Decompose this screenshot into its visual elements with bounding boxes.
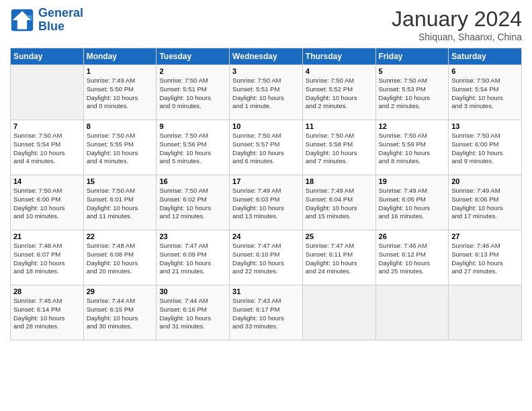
calendar-cell bbox=[302, 285, 375, 340]
day-info: Sunrise: 7:47 AM Sunset: 6:11 PM Dayligh… bbox=[306, 242, 373, 276]
calendar-cell: 9Sunrise: 7:50 AM Sunset: 5:56 PM Daylig… bbox=[157, 120, 230, 175]
calendar-cell: 5Sunrise: 7:50 AM Sunset: 5:53 PM Daylig… bbox=[375, 65, 449, 120]
calendar-cell: 25Sunrise: 7:47 AM Sunset: 6:11 PM Dayli… bbox=[302, 230, 375, 285]
day-number: 31 bbox=[232, 287, 300, 295]
day-info: Sunrise: 7:47 AM Sunset: 6:10 PM Dayligh… bbox=[232, 242, 300, 276]
calendar-cell: 3Sunrise: 7:50 AM Sunset: 5:51 PM Daylig… bbox=[230, 65, 303, 120]
weekday-header-monday: Monday bbox=[83, 48, 157, 65]
day-number: 22 bbox=[87, 232, 154, 240]
day-number: 9 bbox=[159, 122, 226, 130]
calendar-title: January 2024 bbox=[392, 7, 522, 32]
day-info: Sunrise: 7:50 AM Sunset: 5:55 PM Dayligh… bbox=[87, 132, 154, 166]
header: General Blue January 2024 Shiquan, Shaan… bbox=[10, 7, 522, 42]
title-block: January 2024 Shiquan, Shaanxi, China bbox=[392, 7, 522, 42]
day-number: 23 bbox=[159, 232, 226, 240]
day-number: 26 bbox=[379, 232, 446, 240]
day-number: 5 bbox=[379, 67, 446, 75]
day-number: 15 bbox=[87, 177, 154, 185]
day-number: 3 bbox=[232, 67, 300, 75]
day-number: 13 bbox=[451, 122, 519, 130]
weekday-header-friday: Friday bbox=[375, 48, 449, 65]
calendar-cell: 20Sunrise: 7:49 AM Sunset: 6:06 PM Dayli… bbox=[449, 175, 522, 230]
weekday-header-row: SundayMondayTuesdayWednesdayThursdayFrid… bbox=[11, 48, 522, 65]
day-info: Sunrise: 7:50 AM Sunset: 5:54 PM Dayligh… bbox=[451, 77, 519, 111]
day-number: 19 bbox=[379, 177, 446, 185]
day-info: Sunrise: 7:50 AM Sunset: 6:01 PM Dayligh… bbox=[87, 187, 154, 221]
day-number: 29 bbox=[87, 287, 154, 295]
calendar-cell: 15Sunrise: 7:50 AM Sunset: 6:01 PM Dayli… bbox=[83, 175, 157, 230]
calendar-cell: 7Sunrise: 7:50 AM Sunset: 5:54 PM Daylig… bbox=[11, 120, 84, 175]
calendar-cell: 11Sunrise: 7:50 AM Sunset: 5:58 PM Dayli… bbox=[302, 120, 375, 175]
day-info: Sunrise: 7:44 AM Sunset: 6:16 PM Dayligh… bbox=[159, 297, 226, 331]
day-info: Sunrise: 7:43 AM Sunset: 6:17 PM Dayligh… bbox=[232, 297, 300, 331]
day-info: Sunrise: 7:50 AM Sunset: 5:57 PM Dayligh… bbox=[232, 132, 300, 166]
day-info: Sunrise: 7:44 AM Sunset: 6:15 PM Dayligh… bbox=[87, 297, 154, 331]
day-number: 27 bbox=[451, 232, 519, 240]
day-info: Sunrise: 7:50 AM Sunset: 5:56 PM Dayligh… bbox=[159, 132, 226, 166]
day-info: Sunrise: 7:49 AM Sunset: 6:05 PM Dayligh… bbox=[379, 187, 446, 221]
day-number: 2 bbox=[159, 67, 226, 75]
day-number: 8 bbox=[87, 122, 154, 130]
day-info: Sunrise: 7:50 AM Sunset: 5:58 PM Dayligh… bbox=[306, 132, 373, 166]
calendar-cell: 17Sunrise: 7:49 AM Sunset: 6:03 PM Dayli… bbox=[230, 175, 303, 230]
calendar-table: SundayMondayTuesdayWednesdayThursdayFrid… bbox=[10, 48, 522, 340]
day-info: Sunrise: 7:50 AM Sunset: 5:53 PM Dayligh… bbox=[379, 77, 446, 111]
calendar-cell: 13Sunrise: 7:50 AM Sunset: 6:00 PM Dayli… bbox=[449, 120, 522, 175]
calendar-cell: 19Sunrise: 7:49 AM Sunset: 6:05 PM Dayli… bbox=[375, 175, 449, 230]
logo-icon bbox=[10, 8, 34, 32]
calendar-cell: 16Sunrise: 7:50 AM Sunset: 6:02 PM Dayli… bbox=[157, 175, 230, 230]
calendar-cell: 2Sunrise: 7:50 AM Sunset: 5:51 PM Daylig… bbox=[157, 65, 230, 120]
day-info: Sunrise: 7:50 AM Sunset: 6:00 PM Dayligh… bbox=[451, 132, 519, 166]
calendar-cell: 29Sunrise: 7:44 AM Sunset: 6:15 PM Dayli… bbox=[83, 285, 157, 340]
logo-line2: Blue bbox=[38, 19, 64, 33]
calendar-cell: 1Sunrise: 7:49 AM Sunset: 5:50 PM Daylig… bbox=[83, 65, 157, 120]
day-info: Sunrise: 7:49 AM Sunset: 6:06 PM Dayligh… bbox=[451, 187, 519, 221]
weekday-header-thursday: Thursday bbox=[302, 48, 375, 65]
day-number: 4 bbox=[306, 67, 373, 75]
day-number: 7 bbox=[13, 122, 81, 130]
calendar-cell: 21Sunrise: 7:48 AM Sunset: 6:07 PM Dayli… bbox=[11, 230, 84, 285]
logo: General Blue bbox=[10, 7, 83, 34]
day-number: 28 bbox=[13, 287, 81, 295]
logo-text: General Blue bbox=[38, 7, 83, 34]
calendar-cell: 23Sunrise: 7:47 AM Sunset: 6:09 PM Dayli… bbox=[157, 230, 230, 285]
day-number: 1 bbox=[87, 67, 154, 75]
logo-line1: General bbox=[38, 6, 83, 19]
day-info: Sunrise: 7:47 AM Sunset: 6:09 PM Dayligh… bbox=[159, 242, 226, 276]
day-info: Sunrise: 7:49 AM Sunset: 5:50 PM Dayligh… bbox=[87, 77, 154, 111]
day-info: Sunrise: 7:50 AM Sunset: 5:52 PM Dayligh… bbox=[306, 77, 373, 111]
day-info: Sunrise: 7:46 AM Sunset: 6:13 PM Dayligh… bbox=[451, 242, 519, 276]
day-number: 6 bbox=[451, 67, 519, 75]
day-number: 24 bbox=[232, 232, 300, 240]
calendar-cell: 8Sunrise: 7:50 AM Sunset: 5:55 PM Daylig… bbox=[83, 120, 157, 175]
weekday-header-sunday: Sunday bbox=[11, 48, 84, 65]
calendar-cell: 27Sunrise: 7:46 AM Sunset: 6:13 PM Dayli… bbox=[449, 230, 522, 285]
calendar-week-row: 28Sunrise: 7:45 AM Sunset: 6:14 PM Dayli… bbox=[11, 285, 522, 340]
day-info: Sunrise: 7:46 AM Sunset: 6:12 PM Dayligh… bbox=[379, 242, 446, 276]
day-number: 18 bbox=[306, 177, 373, 185]
day-info: Sunrise: 7:49 AM Sunset: 6:03 PM Dayligh… bbox=[232, 187, 300, 221]
calendar-week-row: 14Sunrise: 7:50 AM Sunset: 6:00 PM Dayli… bbox=[11, 175, 522, 230]
day-number: 20 bbox=[451, 177, 519, 185]
calendar-week-row: 21Sunrise: 7:48 AM Sunset: 6:07 PM Dayli… bbox=[11, 230, 522, 285]
calendar-cell: 18Sunrise: 7:49 AM Sunset: 6:04 PM Dayli… bbox=[302, 175, 375, 230]
calendar-cell: 31Sunrise: 7:43 AM Sunset: 6:17 PM Dayli… bbox=[230, 285, 303, 340]
day-number: 11 bbox=[306, 122, 373, 130]
calendar-cell: 14Sunrise: 7:50 AM Sunset: 6:00 PM Dayli… bbox=[11, 175, 84, 230]
day-info: Sunrise: 7:48 AM Sunset: 6:08 PM Dayligh… bbox=[87, 242, 154, 276]
day-info: Sunrise: 7:50 AM Sunset: 5:59 PM Dayligh… bbox=[379, 132, 446, 166]
day-info: Sunrise: 7:50 AM Sunset: 6:00 PM Dayligh… bbox=[13, 187, 81, 221]
calendar-week-row: 1Sunrise: 7:49 AM Sunset: 5:50 PM Daylig… bbox=[11, 65, 522, 120]
calendar-cell: 28Sunrise: 7:45 AM Sunset: 6:14 PM Dayli… bbox=[11, 285, 84, 340]
day-info: Sunrise: 7:45 AM Sunset: 6:14 PM Dayligh… bbox=[13, 297, 81, 331]
calendar-cell bbox=[11, 65, 84, 120]
calendar-cell: 4Sunrise: 7:50 AM Sunset: 5:52 PM Daylig… bbox=[302, 65, 375, 120]
calendar-cell: 26Sunrise: 7:46 AM Sunset: 6:12 PM Dayli… bbox=[375, 230, 449, 285]
day-info: Sunrise: 7:50 AM Sunset: 5:54 PM Dayligh… bbox=[13, 132, 81, 166]
weekday-header-tuesday: Tuesday bbox=[157, 48, 230, 65]
calendar-cell: 30Sunrise: 7:44 AM Sunset: 6:16 PM Dayli… bbox=[157, 285, 230, 340]
day-info: Sunrise: 7:50 AM Sunset: 6:02 PM Dayligh… bbox=[159, 187, 226, 221]
day-number: 25 bbox=[306, 232, 373, 240]
calendar-subtitle: Shiquan, Shaanxi, China bbox=[392, 32, 522, 42]
day-info: Sunrise: 7:50 AM Sunset: 5:51 PM Dayligh… bbox=[159, 77, 226, 111]
